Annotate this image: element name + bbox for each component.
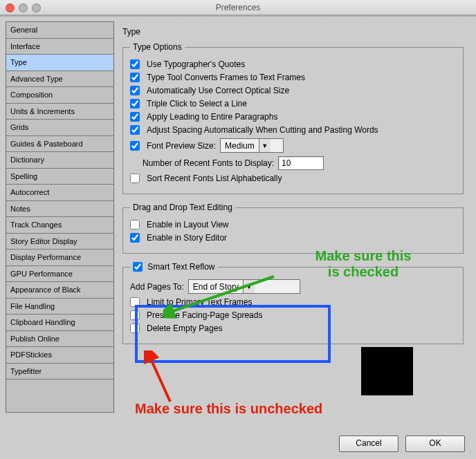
triple-click-checkbox[interactable] [130, 99, 140, 109]
sort-recent-checkbox[interactable] [130, 174, 140, 183]
redaction-box [361, 347, 413, 395]
sidebar-item-1[interactable]: Interface [6, 39, 114, 55]
sort-recent-label: Sort Recent Fonts List Alphabetically [147, 174, 282, 183]
add-pages-to-select[interactable]: End of Story ▼ [188, 279, 300, 294]
sidebar-item-15[interactable]: GPU Performance [6, 266, 114, 283]
auto-optical-size-checkbox[interactable] [130, 86, 140, 95]
sidebar-item-5[interactable]: Units & Increments [6, 104, 114, 120]
sidebar-item-2[interactable]: Type [6, 55, 114, 71]
type-options-legend: Type Options [130, 42, 185, 52]
zoom-icon[interactable] [32, 3, 41, 12]
panel-heading: Type [122, 27, 468, 37]
limit-primary-label: Limit to Primary Text Frames [147, 297, 252, 307]
preserve-facing-checkbox[interactable] [130, 310, 140, 320]
font-preview-size-value: Medium [221, 141, 259, 151]
adjust-spacing-label: Adjust Spacing Automatically When Cuttin… [147, 125, 378, 135]
sidebar-item-17[interactable]: File Handling [6, 299, 114, 315]
dialog-footer: Cancel OK [339, 435, 465, 452]
chevron-down-icon: ▼ [259, 139, 271, 152]
smart-text-reflow-group: Smart Text Reflow Add Pages To: End of S… [122, 262, 464, 344]
drag-drop-legend: Drag and Drop Text Editing [130, 203, 235, 212]
recent-fonts-label: Number of Recent Fonts to Display: [143, 158, 274, 168]
type-options-group: Type Options Use Typographer's Quotes Ty… [122, 42, 464, 194]
ok-button[interactable]: OK [405, 435, 465, 452]
smart-text-reflow-legend: Smart Text Reflow [130, 262, 218, 272]
apply-leading-label: Apply Leading to Entire Paragraphs [147, 112, 277, 122]
delete-empty-checkbox[interactable] [130, 324, 140, 333]
category-sidebar: General Interface Type Advanced Type Com… [6, 21, 114, 413]
sidebar-item-6[interactable]: Grids [6, 120, 114, 136]
close-icon[interactable] [6, 3, 15, 12]
sidebar-item-8[interactable]: Dictionary [6, 152, 114, 169]
sidebar-item-20[interactable]: PDFStickies [6, 347, 114, 364]
window-title: Preferences [216, 3, 261, 12]
sidebar-item-14[interactable]: Display Performance [6, 250, 114, 266]
smart-text-reflow-checkbox[interactable] [133, 262, 143, 272]
sidebar-item-0[interactable]: General [6, 22, 114, 39]
use-typographers-quotes-checkbox[interactable] [130, 59, 140, 69]
sidebar-item-21[interactable]: Typefitter [6, 364, 114, 380]
preserve-facing-label: Preserve Facing-Page Spreads [147, 310, 262, 320]
sidebar-item-18[interactable]: Clipboard Handling [6, 315, 114, 331]
font-preview-checkbox[interactable] [130, 141, 140, 151]
type-tool-converts-checkbox[interactable] [130, 73, 140, 82]
drag-drop-group: Drag and Drop Text Editing Enable in Lay… [122, 203, 464, 254]
add-pages-to-label: Add Pages To: [130, 282, 184, 292]
sidebar-item-10[interactable]: Autocorrect [6, 185, 114, 201]
minimize-icon[interactable] [19, 3, 28, 12]
main-panel: Type Type Options Use Typographer's Quot… [114, 21, 470, 413]
sidebar-item-3[interactable]: Advanced Type [6, 71, 114, 88]
preferences-window: Preferences General Interface Type Advan… [0, 0, 476, 459]
apply-leading-checkbox[interactable] [130, 112, 140, 122]
enable-story-editor-checkbox[interactable] [130, 233, 140, 243]
sidebar-item-13[interactable]: Story Editor Display [6, 234, 114, 250]
sidebar-item-16[interactable]: Appearance of Black [6, 282, 114, 299]
use-typographers-quotes-label: Use Typographer's Quotes [147, 59, 245, 69]
adjust-spacing-checkbox[interactable] [130, 125, 140, 135]
type-tool-converts-label: Type Tool Converts Frames to Text Frames [147, 73, 305, 82]
add-pages-to-value: End of Story [189, 282, 243, 292]
smart-text-reflow-label: Smart Text Reflow [147, 262, 214, 272]
recent-fonts-input[interactable] [278, 156, 324, 170]
chevron-down-icon: ▼ [243, 280, 255, 293]
sidebar-item-19[interactable]: Publish Online [6, 331, 114, 348]
titlebar: Preferences [0, 0, 476, 15]
sidebar-item-9[interactable]: Spelling [6, 169, 114, 185]
font-preview-label: Font Preview Size: [147, 141, 216, 151]
enable-layout-view-label: Enable in Layout View [147, 220, 229, 230]
triple-click-label: Triple Click to Select a Line [147, 99, 247, 109]
sidebar-item-7[interactable]: Guides & Pasteboard [6, 136, 114, 153]
delete-empty-label: Delete Empty Pages [147, 324, 222, 333]
auto-optical-size-label: Automatically Use Correct Optical Size [147, 86, 289, 95]
enable-layout-view-checkbox[interactable] [130, 220, 140, 230]
window-controls [6, 3, 41, 12]
sidebar-item-11[interactable]: Notes [6, 201, 114, 218]
limit-primary-checkbox[interactable] [130, 297, 140, 307]
font-preview-size-select[interactable]: Medium ▼ [220, 138, 284, 153]
enable-story-editor-label: Enable in Story Editor [147, 233, 227, 243]
cancel-button[interactable]: Cancel [339, 435, 399, 452]
sidebar-item-12[interactable]: Track Changes [6, 217, 114, 234]
sidebar-item-4[interactable]: Composition [6, 87, 114, 104]
